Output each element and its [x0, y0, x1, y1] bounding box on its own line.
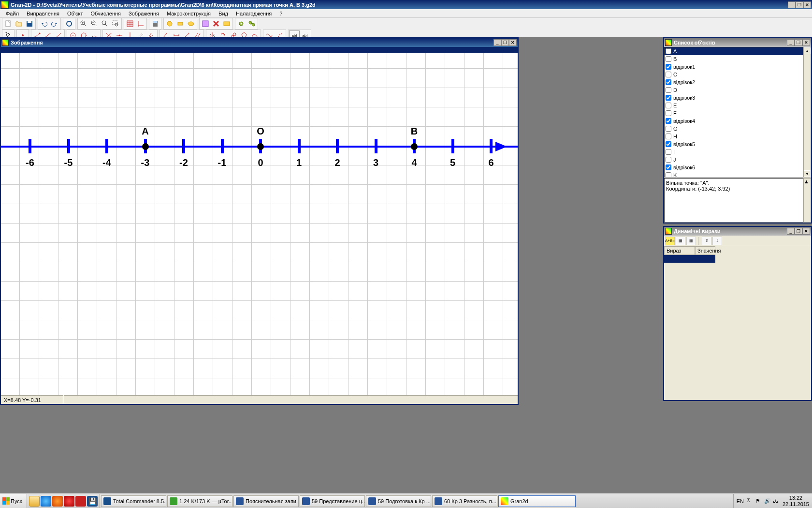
menu-object[interactable]: Об'єкт	[63, 10, 87, 17]
scroll-up-icon[interactable]: ▲	[804, 47, 811, 54]
object-row[interactable]: K	[665, 171, 803, 178]
ql-explorer-icon[interactable]	[29, 496, 40, 507]
objects-list[interactable]: ABвідрізок1Cвідрізок2Dвідрізок3EFвідрізо…	[664, 47, 803, 178]
expr-copy-button[interactable]: ▦	[686, 237, 696, 245]
object-row[interactable]: H	[665, 133, 803, 140]
ql-opera-icon[interactable]	[64, 496, 74, 507]
scroll-down-icon[interactable]: ▼	[804, 170, 811, 177]
object-visibility-checkbox[interactable]	[666, 56, 671, 62]
axes-icon[interactable]	[135, 19, 146, 29]
point-marker[interactable]	[142, 143, 149, 150]
save-file-icon[interactable]	[24, 19, 35, 29]
object-visibility-checkbox[interactable]	[666, 157, 671, 163]
zoom-out-icon[interactable]	[89, 19, 100, 29]
tray-lang[interactable]: EN	[737, 498, 744, 504]
menu-calc[interactable]: Обчислення	[87, 10, 125, 17]
menu-view[interactable]: Вид	[215, 10, 232, 17]
expr-add-button[interactable]: A+B=	[665, 237, 675, 245]
play-macro-icon[interactable]	[164, 19, 175, 29]
taskbar-task[interactable]: 59 Подготовка к Кр ...	[366, 495, 431, 507]
tray-show-hidden-icon[interactable]: ⊼	[747, 498, 754, 505]
menu-image[interactable]: Зображення	[125, 10, 163, 17]
objects-max-button[interactable]: ❐	[795, 39, 802, 46]
taskbar-task[interactable]: Total Commander 8.5...	[101, 495, 166, 507]
expressions-window-titlebar[interactable]: Динамічні вирази _ ❐ ✕	[664, 227, 811, 236]
taskbar-task[interactable]: 59 Представление ц...	[300, 495, 365, 507]
record-macro-icon[interactable]	[175, 19, 186, 29]
object-visibility-checkbox[interactable]	[666, 87, 671, 93]
object-visibility-checkbox[interactable]	[666, 79, 671, 85]
object-visibility-checkbox[interactable]	[666, 95, 671, 101]
calculator-icon[interactable]	[150, 19, 160, 29]
object-visibility-checkbox[interactable]	[666, 126, 671, 132]
object-visibility-checkbox[interactable]	[666, 118, 671, 124]
image-close-button[interactable]: ✕	[509, 39, 517, 46]
object-row[interactable]: B	[665, 55, 803, 63]
expr-max-button[interactable]: ❐	[795, 228, 802, 235]
taskbar-task[interactable]: Gran2d	[498, 495, 576, 507]
object-row[interactable]: A	[665, 47, 803, 55]
menu-macro[interactable]: Макроконструкція	[163, 10, 215, 17]
tray-volume-icon[interactable]: 🔊	[764, 498, 771, 505]
minimize-button[interactable]: _	[788, 1, 796, 8]
info-scroll-up-icon[interactable]: ▲	[804, 179, 811, 184]
taskbar-task[interactable]: 1.24 K/173 K — µTor...	[167, 495, 232, 507]
object-row[interactable]: J	[665, 156, 803, 164]
export-icon[interactable]	[200, 19, 211, 29]
object-visibility-checkbox[interactable]	[666, 172, 671, 178]
object-row[interactable]: G	[665, 125, 803, 133]
objects-close-button[interactable]: ✕	[802, 39, 810, 46]
object-visibility-checkbox[interactable]	[666, 164, 671, 170]
open-file-icon[interactable]	[14, 19, 24, 29]
menu-help[interactable]: ?	[276, 10, 286, 17]
object-visibility-checkbox[interactable]	[666, 110, 671, 116]
expr-close-button[interactable]: ✕	[802, 228, 810, 235]
object-visibility-checkbox[interactable]	[666, 134, 671, 139]
zoom-fit-icon[interactable]	[100, 19, 110, 29]
image-max-button[interactable]: ❐	[501, 39, 509, 46]
refresh-icon[interactable]	[64, 19, 74, 29]
object-row[interactable]: E	[665, 102, 803, 109]
object-row[interactable]: I	[665, 148, 803, 156]
object-row[interactable]: F	[665, 109, 803, 117]
ql-ie-icon[interactable]	[41, 496, 51, 507]
object-visibility-checkbox[interactable]	[666, 64, 671, 70]
expr-col-expression[interactable]: Вираз	[664, 246, 695, 255]
object-row[interactable]: відрізок3	[665, 94, 803, 102]
taskbar-task[interactable]: Пояснительная запи...	[233, 495, 299, 507]
object-row[interactable]: D	[665, 86, 803, 94]
image-min-button[interactable]: _	[493, 39, 501, 46]
object-visibility-checkbox[interactable]	[666, 72, 671, 77]
ql-totalcmd-icon[interactable]: 💾	[87, 496, 98, 507]
close-button[interactable]: ✕	[803, 1, 811, 8]
objects-scrollbar[interactable]: ▲ ▼	[803, 47, 811, 178]
object-row[interactable]: відрізок5	[665, 140, 803, 148]
expr-up-button[interactable]: ⇧	[702, 237, 711, 245]
stop-macro-icon[interactable]	[186, 19, 196, 29]
object-row[interactable]: відрізок2	[665, 78, 803, 86]
object-visibility-checkbox[interactable]	[666, 48, 671, 54]
undo-icon[interactable]	[39, 19, 49, 29]
start-button[interactable]: Пуск	[0, 494, 27, 508]
expr-edit-button[interactable]: ▦	[676, 237, 685, 245]
canvas[interactable]: -6-5-4-3-2-10123456 AOB X=8.48 Y=-0.31	[1, 47, 518, 404]
new-file-icon[interactable]	[3, 19, 14, 29]
menu-edit[interactable]: Виправлення	[23, 10, 63, 17]
zoom-region-icon[interactable]	[110, 19, 121, 29]
object-visibility-checkbox[interactable]	[666, 103, 671, 108]
zoom-in-icon[interactable]	[78, 19, 89, 29]
tray-flag-icon[interactable]: ⚑	[755, 498, 762, 505]
taskbar-task[interactable]: 60 Кр 3 Разность, п...	[432, 495, 497, 507]
ql-firefox-icon[interactable]	[52, 496, 63, 507]
menu-file[interactable]: Файл	[2, 10, 23, 17]
object-visibility-checkbox[interactable]	[666, 141, 671, 147]
menu-debug[interactable]: Налагодження	[232, 10, 276, 17]
objects-min-button[interactable]: _	[787, 39, 795, 46]
redo-icon[interactable]	[49, 19, 60, 29]
object-info-scrollbar[interactable]: ▲	[803, 178, 811, 223]
ql-abbyy-icon[interactable]	[75, 496, 86, 507]
objects-window-titlebar[interactable]: Список об'єктів _ ❐ ✕	[664, 38, 811, 47]
point-marker[interactable]	[411, 143, 418, 150]
object-row[interactable]: C	[665, 71, 803, 78]
grid-icon[interactable]	[125, 19, 135, 29]
